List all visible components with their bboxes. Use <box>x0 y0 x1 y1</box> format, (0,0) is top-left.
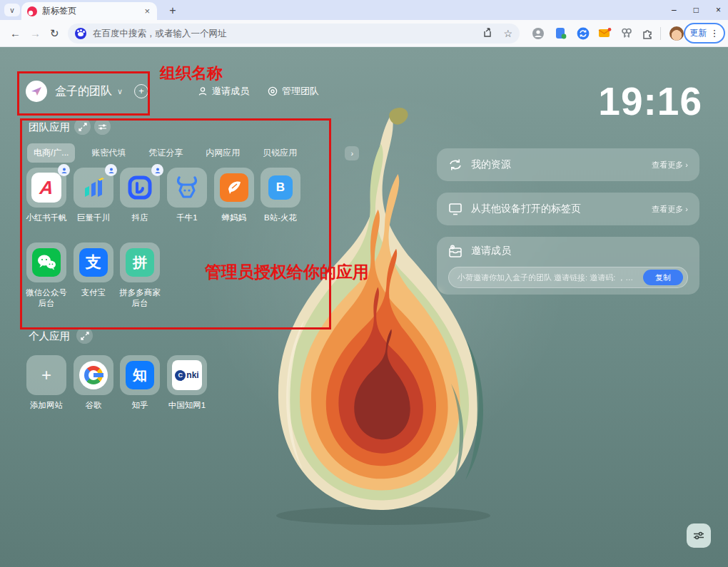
profile-extension-icon[interactable] <box>532 27 545 43</box>
invite-link-field[interactable]: 小荷邀请你加入盒子的团队 邀请链接: 邀请码: ，在洋葱头... 复制 <box>448 267 688 288</box>
invite-members-label: 邀请成员 <box>212 85 249 98</box>
app-label: 抖店 <box>113 213 167 223</box>
app-add-website[interactable]: + 添加网站 <box>23 355 70 411</box>
invite-person-icon <box>448 245 462 258</box>
account-badge-icon <box>105 164 117 176</box>
manage-team-label: 管理团队 <box>282 85 319 98</box>
team-avatar <box>26 81 47 102</box>
chevron-down-icon[interactable]: ∨ <box>117 87 123 96</box>
app-bilibili-huohua[interactable]: B B站-火花 <box>257 168 304 223</box>
zhihu-icon: 知 <box>126 361 154 389</box>
tab-credentials-fill[interactable]: 账密代填 <box>85 143 132 163</box>
xiaohongshu-icon: A <box>31 173 61 203</box>
toolbar-divider <box>660 27 661 40</box>
kebab-menu-icon[interactable]: ⋮ <box>710 28 719 39</box>
google-icon <box>79 361 108 389</box>
app-label: 小红书千帆 <box>19 213 74 223</box>
chevron-right-icon: › <box>685 205 688 213</box>
juliang-bars-icon <box>81 175 106 200</box>
tab-ecommerce[interactable]: 电商/广... <box>27 143 75 163</box>
my-resources-card[interactable]: 我的资源 查看更多› <box>437 148 699 181</box>
annotation-org-name: 组织名称 <box>160 63 223 84</box>
new-tab-page: 盒子的团队 ∨ + 邀请成员 管理团队 19:16 团队应用 电商/广... 账… <box>0 47 728 567</box>
person-icon <box>198 86 208 96</box>
app-qianniu[interactable]: 千牛1 <box>163 168 211 223</box>
my-resources-title: 我的资源 <box>471 158 652 171</box>
invite-members-card: 邀请成员 小荷邀请你加入盒子的团队 邀请链接: 邀请码: ，在洋葱头... 复制 <box>437 237 699 295</box>
app-alipay[interactable]: 支 支付宝 <box>70 242 117 298</box>
address-bar-placeholder: 在百度中搜索，或者输入一个网址 <box>93 28 473 40</box>
alipay-icon: 支 <box>79 248 108 277</box>
mail-extension-icon[interactable] <box>598 27 612 41</box>
manage-team-icon <box>268 86 278 96</box>
tab-intranet[interactable]: 内网应用 <box>199 143 246 163</box>
app-label: 中国知网1 <box>160 400 214 411</box>
tabs-more-arrow[interactable]: › <box>345 146 359 160</box>
new-tab-button[interactable]: + <box>164 3 181 19</box>
app-label: 微信公众号 后台 <box>19 287 74 309</box>
other-devices-title: 从其他设备打开的标签页 <box>471 203 652 215</box>
app-pdd-merchant[interactable]: 拼 拼多多商家 后台 <box>116 242 163 309</box>
app-juliang-qianchuan[interactable]: 巨量千川 <box>70 168 117 223</box>
browser-tab[interactable]: 新标签页 × <box>21 2 157 20</box>
tab-close-icon[interactable]: × <box>143 6 151 16</box>
forward-button[interactable]: → <box>30 27 41 39</box>
extensions-puzzle-icon[interactable] <box>642 27 654 43</box>
app-cnki[interactable]: Cnki 中国知网1 <box>163 355 211 411</box>
bookmark-star-icon[interactable]: ☆ <box>503 28 512 39</box>
monitor-icon <box>448 203 462 215</box>
manage-team-button[interactable]: 管理团队 <box>268 85 319 98</box>
expand-team-apps-button[interactable] <box>74 118 91 135</box>
app-label: 知乎 <box>113 400 167 411</box>
sliders-icon <box>98 123 107 131</box>
window-close-button[interactable]: × <box>716 6 721 14</box>
reload-button[interactable]: ↻ <box>50 27 59 40</box>
update-button[interactable]: 更新 ⋮ <box>684 23 725 44</box>
tab-credential-share[interactable]: 凭证分享 <box>142 143 189 163</box>
copy-invite-button[interactable]: 复制 <box>643 270 683 285</box>
minimize-button[interactable]: – <box>672 6 677 14</box>
account-badge-icon <box>151 164 163 176</box>
tab-oray-apps[interactable]: 贝锐应用 <box>256 143 303 163</box>
resources-see-more-link[interactable]: 查看更多› <box>652 160 688 170</box>
profile-avatar[interactable] <box>669 26 684 41</box>
address-bar[interactable]: 在百度中搜索，或者输入一个网址 ☆ <box>68 24 520 44</box>
app-doudian[interactable]: 抖店 <box>116 168 163 223</box>
notes-extension-icon[interactable] <box>555 27 567 43</box>
tab-search-button[interactable]: v <box>4 4 20 16</box>
qianniu-bull-icon <box>173 175 201 200</box>
chevron-right-icon: › <box>685 160 688 169</box>
pdd-icon: 拼 <box>126 248 154 277</box>
title-bar: v 新标签页 × + – □ × <box>0 0 728 20</box>
invite-message: 小荷邀请你加入盒子的团队 邀请链接: 邀请码: ，在洋葱头... <box>457 272 640 283</box>
app-label: B站-火花 <box>253 213 308 223</box>
app-chanmama[interactable]: 蝉妈妈 <box>211 168 258 223</box>
app-label: 拼多多商家 后台 <box>113 287 167 309</box>
other-devices-card[interactable]: 从其他设备打开的标签页 查看更多› <box>437 193 699 225</box>
team-apps-title: 团队应用 <box>29 121 70 134</box>
plus-icon: + <box>41 365 51 385</box>
back-button[interactable]: ← <box>10 27 21 39</box>
invite-members-button[interactable]: 邀请成员 <box>198 85 249 98</box>
app-google[interactable]: 谷歌 <box>70 355 117 411</box>
wechat-icon <box>32 248 61 277</box>
team-apps-settings-button[interactable] <box>94 118 111 135</box>
app-xiaohongshu-qianfan[interactable]: A 小红书千帆 <box>23 168 70 223</box>
sync-resources-icon <box>448 158 462 171</box>
app-zhihu[interactable]: 知 知乎 <box>116 355 163 411</box>
page-settings-button[interactable] <box>687 523 711 548</box>
maximize-button[interactable]: □ <box>694 6 699 14</box>
team-switcher[interactable]: 盒子的团队 ∨ + <box>26 81 148 102</box>
add-team-button[interactable]: + <box>134 84 148 98</box>
app-wechat-mp[interactable]: 微信公众号 后台 <box>23 242 70 309</box>
devices-see-more-link[interactable]: 查看更多› <box>652 204 688 215</box>
app-label: 添加网站 <box>19 400 74 411</box>
window-controls: – □ × <box>672 0 721 20</box>
sync-extension-icon[interactable] <box>577 27 590 43</box>
share-icon[interactable] <box>483 28 493 40</box>
passwords-extension-icon[interactable] <box>620 27 633 43</box>
team-name: 盒子的团队 <box>55 84 112 99</box>
browser-window: v 新标签页 × + – □ × ← → ↻ 在百度中搜索，或者输入一个网址 ☆ <box>0 0 728 567</box>
tab-search-chevron-icon: v <box>11 6 14 14</box>
expand-personal-apps-button[interactable] <box>76 327 93 344</box>
